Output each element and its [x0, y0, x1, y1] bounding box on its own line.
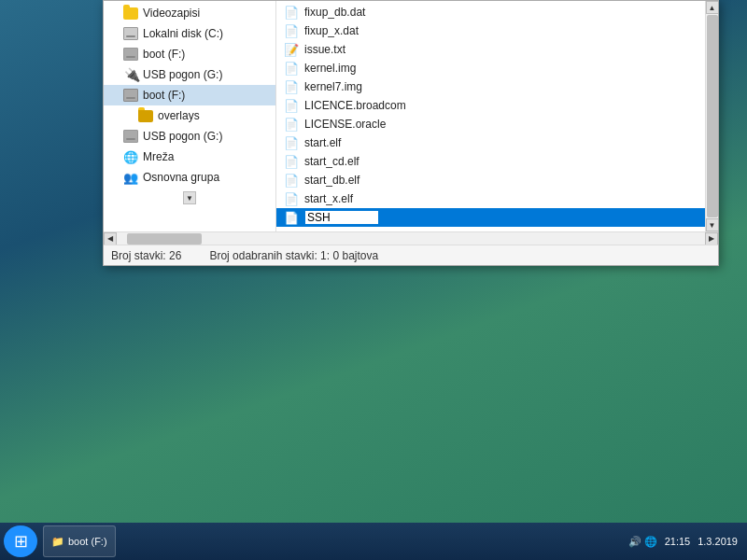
network-icon: 🌐: [122, 149, 139, 164]
file-name: start_db.elf: [304, 174, 359, 187]
file-name: start_x.elf: [304, 192, 353, 205]
file-icon: 📄: [284, 61, 299, 76]
taskbar-window-icon: 📁: [51, 536, 64, 548]
folder-icon: [137, 108, 154, 123]
file-name: kernel7.img: [304, 80, 362, 93]
nav-item-usb-g-1[interactable]: 🔌 USB pogon (G:): [104, 64, 275, 85]
nav-item-boot-f-2[interactable]: boot (F:): [104, 85, 275, 105]
file-icon: 📄: [284, 98, 299, 113]
file-item[interactable]: 📄 kernel.img: [276, 59, 705, 77]
file-item[interactable]: 📄 start_cd.elf: [276, 152, 705, 171]
file-panel: 📄 fixup_db.dat 📄 fixup_x.dat 📝 issue.txt…: [276, 1, 705, 231]
scroll-thumb[interactable]: [707, 15, 718, 217]
nav-item-boot-f-1[interactable]: boot (F:): [104, 44, 275, 64]
file-item[interactable]: 📄 start_x.elf: [276, 189, 705, 208]
nav-label: boot (F:): [143, 89, 185, 102]
tray-time: 21:15: [665, 536, 691, 547]
drive-icon: [122, 88, 139, 103]
nav-label: Osnovna grupa: [143, 171, 219, 184]
file-name: issue.txt: [304, 43, 345, 56]
hscroll-thumb[interactable]: [127, 233, 202, 245]
drive-icon: [122, 47, 139, 62]
explorer-window: Videozapisi Lokalni disk (C:) boot (F:) …: [103, 0, 719, 266]
folder-icon: [122, 6, 139, 21]
file-item[interactable]: 📄 kernel7.img: [276, 77, 705, 96]
system-tray: 🔊 🌐 21:15 1.3.2019: [628, 536, 743, 548]
start-button[interactable]: ⊞: [4, 525, 37, 557]
nav-label: overlays: [158, 109, 200, 122]
nav-item-videozapisi[interactable]: Videozapisi: [104, 3, 275, 23]
taskbar-window-label: boot (F:): [68, 536, 107, 547]
file-icon: 📄: [284, 135, 299, 150]
nav-label: boot (F:): [143, 48, 185, 61]
file-panel-scrollbar[interactable]: ▲ ▼: [705, 1, 718, 231]
hscroll-track: [118, 233, 704, 245]
file-name: kernel.img: [304, 62, 356, 75]
file-name: LICENCE.broadcom: [304, 99, 406, 112]
drive-icon: [122, 129, 139, 144]
file-name: fixup_db.dat: [304, 6, 365, 19]
file-item[interactable]: 📄 start_db.elf: [276, 171, 705, 189]
file-icon: 📝: [284, 42, 299, 57]
group-icon: 👥: [122, 170, 139, 185]
nav-item-overlays[interactable]: overlays: [104, 105, 275, 126]
horizontal-scrollbar[interactable]: ◀ ▶: [104, 231, 718, 245]
hscroll-left-arrow[interactable]: ◀: [104, 232, 117, 245]
file-item[interactable]: 📄 start.elf: [276, 133, 705, 152]
file-icon: 📄: [284, 154, 299, 169]
file-icon: 📄: [284, 191, 299, 206]
file-icon: 📄: [284, 23, 299, 38]
usb-icon: 🔌: [122, 67, 139, 82]
tray-icons: 🔊 🌐: [628, 536, 657, 548]
tray-date: 1.3.2019: [698, 536, 738, 547]
file-item[interactable]: 📝 issue.txt: [276, 40, 705, 59]
file-icon: 📄: [284, 173, 299, 188]
file-item[interactable]: 📄 LICENSE.oracle: [276, 115, 705, 133]
nav-label: USB pogon (G:): [143, 130, 222, 143]
taskbar-explorer-button[interactable]: 📁 boot (F:): [43, 525, 116, 557]
file-item-ssh[interactable]: 📄: [276, 208, 705, 227]
taskbar: ⊞ 📁 boot (F:) 🔊 🌐 21:15 1.3.2019: [0, 523, 747, 560]
selected-count: Broj odabranih stavki: 1: 0 bajtova: [209, 249, 378, 262]
file-icon: 📄: [284, 79, 299, 94]
nav-item-lokalni[interactable]: Lokalni disk (C:): [104, 23, 275, 44]
status-bar: Broj stavki: 26 Broj odabranih stavki: 1…: [104, 245, 718, 265]
nav-panel: Videozapisi Lokalni disk (C:) boot (F:) …: [104, 1, 276, 231]
rename-input[interactable]: [304, 210, 379, 225]
nav-item-osnovna-grupa[interactable]: 👥 Osnovna grupa: [104, 167, 275, 188]
nav-label: USB pogon (G:): [143, 68, 222, 81]
item-count: Broj stavki: 26: [111, 249, 181, 262]
scroll-up-arrow[interactable]: ▲: [706, 1, 719, 14]
nav-item-usb-g-2[interactable]: USB pogon (G:): [104, 126, 275, 147]
file-item[interactable]: 📄 fixup_x.dat: [276, 21, 705, 40]
nav-label: Videozapisi: [143, 7, 200, 20]
nav-label: Lokalni disk (C:): [143, 27, 223, 40]
scroll-down-arrow[interactable]: ▼: [706, 218, 719, 231]
file-item[interactable]: 📄 fixup_db.dat: [276, 3, 705, 21]
file-name: start.elf: [304, 136, 341, 149]
hscroll-right-arrow[interactable]: ▶: [705, 232, 718, 245]
file-name: fixup_x.dat: [304, 24, 359, 37]
drive-icon: [122, 26, 139, 41]
file-icon: 📄: [284, 210, 299, 225]
file-item[interactable]: 📄 LICENCE.broadcom: [276, 96, 705, 115]
nav-item-mreza[interactable]: 🌐 Mreža: [104, 147, 275, 167]
file-name: LICENSE.oracle: [304, 118, 386, 131]
nav-scroll-down[interactable]: ▼: [183, 191, 196, 204]
file-name: start_cd.elf: [304, 155, 359, 168]
start-icon: ⊞: [14, 531, 28, 552]
file-icon: 📄: [284, 117, 299, 132]
nav-label: Mreža: [143, 150, 174, 163]
file-icon: 📄: [284, 5, 299, 20]
explorer-body: Videozapisi Lokalni disk (C:) boot (F:) …: [104, 1, 718, 231]
